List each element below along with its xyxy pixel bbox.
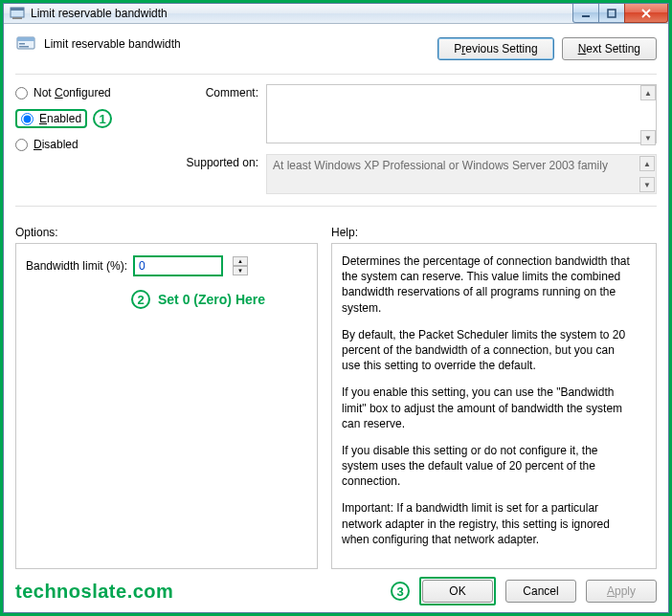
spinner-up-button[interactable]: ▲ xyxy=(233,256,248,266)
svg-rect-2 xyxy=(12,17,22,19)
help-text: If you disable this setting or do not co… xyxy=(342,443,635,490)
titlebar-text: Limit reservable bandwidth xyxy=(31,7,572,20)
options-label: Options: xyxy=(15,226,318,239)
scroll-up-icon: ▲ xyxy=(639,156,655,171)
help-label: Help: xyxy=(331,226,657,239)
svg-rect-1 xyxy=(11,8,24,11)
radio-not-configured[interactable]: Not Configured xyxy=(15,86,149,99)
window-controls xyxy=(572,4,668,23)
scroll-down-icon: ▼ xyxy=(639,177,655,192)
titlebar: Limit reservable bandwidth xyxy=(4,4,668,24)
help-text: If you enable this setting, you can use … xyxy=(342,385,635,431)
help-text: Important: If a bandwidth limit is set f… xyxy=(342,500,635,547)
comment-label: Comment: xyxy=(167,84,258,99)
settings-icon xyxy=(15,33,36,55)
annotation-3: 3 xyxy=(391,582,410,601)
scroll-up-icon[interactable]: ▲ xyxy=(640,85,656,100)
apply-button[interactable]: Apply xyxy=(586,580,657,603)
radio-disabled[interactable]: Disabled xyxy=(15,138,149,151)
close-button[interactable] xyxy=(624,4,668,23)
annotation-1: 1 xyxy=(93,109,112,128)
spinner-down-button[interactable]: ▼ xyxy=(233,266,248,275)
ok-button[interactable]: OK xyxy=(422,580,493,603)
annotation-2: 2 xyxy=(131,290,150,309)
svg-rect-4 xyxy=(608,10,616,17)
help-text: Determines the percentage of connection … xyxy=(342,253,635,316)
svg-rect-7 xyxy=(19,43,25,45)
bandwidth-label: Bandwidth limit (%): xyxy=(26,259,127,273)
radio-enabled[interactable]: Enabled xyxy=(21,112,81,125)
svg-rect-6 xyxy=(17,37,34,41)
supported-label: Supported on: xyxy=(167,154,258,169)
help-panel: Determines the percentage of connection … xyxy=(331,243,657,569)
comment-textarea[interactable] xyxy=(266,84,657,143)
minimize-button[interactable] xyxy=(572,4,599,23)
svg-rect-3 xyxy=(582,15,590,17)
help-text: By default, the Packet Scheduler limits … xyxy=(342,327,635,374)
cancel-button[interactable]: Cancel xyxy=(505,580,576,603)
dialog-window: Limit reservable bandwidth Limit reserva… xyxy=(3,3,669,613)
scroll-down-icon[interactable]: ▼ xyxy=(640,130,656,145)
annotation-2-text: Set 0 (Zero) Here xyxy=(158,292,265,307)
svg-rect-8 xyxy=(19,46,29,48)
page-title: Limit reservable bandwidth xyxy=(44,37,181,51)
next-setting-button[interactable]: Next Setting xyxy=(562,37,657,60)
policy-icon xyxy=(10,6,25,21)
divider xyxy=(15,206,657,207)
previous-setting-button[interactable]: Previous Setting xyxy=(437,37,553,60)
divider xyxy=(15,74,657,75)
options-panel: Bandwidth limit (%): ▲ ▼ 2 Set 0 (Zero) … xyxy=(15,243,318,569)
watermark: technoslate.com xyxy=(15,581,173,603)
maximize-button[interactable] xyxy=(598,4,625,23)
bandwidth-limit-input[interactable] xyxy=(135,257,221,275)
supported-on-text: At least Windows XP Professional or Wind… xyxy=(266,154,657,194)
